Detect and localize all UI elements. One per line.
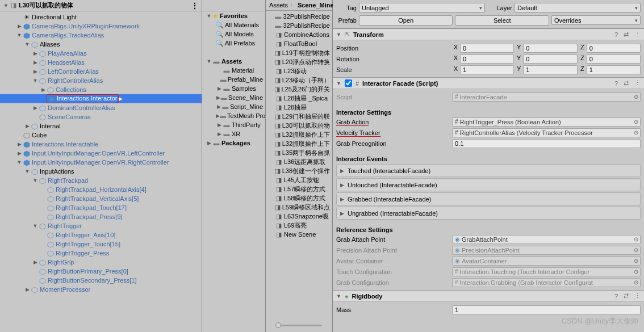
event-foldout[interactable]: ▶Touched (InteractableFacade) <box>336 164 641 177</box>
enable-checkbox[interactable] <box>345 79 352 87</box>
chevron-icon[interactable] <box>216 86 223 91</box>
asset-item[interactable]: ◨L19手柄控制物体 <box>266 48 332 57</box>
asset-item[interactable]: ◨L59瞬移区域和点 <box>266 203 332 212</box>
hierarchy-item[interactable]: Input.UnityInputManager.OpenVR.RightCont… <box>0 158 202 167</box>
asset-item[interactable]: ◨L23移动 <box>266 66 332 75</box>
hierarchy-item[interactable]: RightTrackpad_HorizontalAxis[4] <box>0 185 202 194</box>
menu-icon[interactable]: ⋮ <box>634 292 641 300</box>
chevron-icon[interactable] <box>216 113 220 119</box>
y-field[interactable]: 0 <box>523 54 577 64</box>
layer-dropdown[interactable]: Default <box>515 3 641 12</box>
chevron-icon[interactable] <box>32 78 39 83</box>
hierarchy-item[interactable]: Interactions.Interactor▶ <box>0 94 202 103</box>
asset-item[interactable]: ◨L28抽屉 _Spica <box>266 94 332 103</box>
rigidbody-header[interactable]: ▼●Rigidbody?⇄⋮ <box>333 291 644 302</box>
asset-item[interactable]: ◨L63Snapzone吸 <box>266 212 332 221</box>
preset-icon[interactable]: ⇄ <box>624 31 629 38</box>
hierarchy-item[interactable]: DominantControllerAlias <box>0 103 202 112</box>
chevron-icon[interactable] <box>16 141 23 147</box>
hierarchy-item[interactable]: RightTrackpad_Touch[17] <box>0 203 202 212</box>
hierarchy-item[interactable]: Interactions.Interactable <box>0 140 202 149</box>
grab-precognition-field[interactable]: 0.1 <box>452 139 641 148</box>
asset-item[interactable]: ◨L32抓取操作上下 <box>266 130 332 139</box>
arrow-icon[interactable]: ▼ <box>3 3 9 9</box>
asset-item[interactable]: ◨L36远距离抓取 <box>266 157 332 166</box>
hierarchy-item[interactable]: Input.UnityInputManager.OpenVR.LeftContr… <box>0 149 202 158</box>
x-field[interactable]: 0 <box>460 54 514 64</box>
hierarchy-item[interactable]: RightTrigger_Touch[15] <box>0 239 202 249</box>
asset-item[interactable]: ◨L29门和抽屉的联 <box>266 112 332 121</box>
asset-item[interactable]: ◨L23移动（手柄） <box>266 75 332 85</box>
hierarchy-item[interactable]: RightButtonSecondary_Press[1] <box>0 276 202 285</box>
assets-header[interactable]: ▬Assets <box>202 57 265 66</box>
asset-item[interactable]: ◨FloatToBool <box>266 39 332 48</box>
y-field[interactable]: 1 <box>523 65 577 74</box>
asset-item[interactable]: ◨L57瞬移的方式 <box>266 184 332 194</box>
menu-icon[interactable]: ⋮ <box>187 1 202 10</box>
crumb-item[interactable]: Scene_Mine <box>298 2 334 9</box>
favorites-header[interactable]: ★Favorites <box>202 11 265 20</box>
preset-icon[interactable]: ⇄ <box>624 292 629 300</box>
event-foldout[interactable]: ▶Untouched (InteractableFacade) <box>336 178 641 191</box>
chevron-icon[interactable] <box>32 223 39 229</box>
z-field[interactable]: 0 <box>587 44 641 53</box>
help-icon[interactable]: ? <box>614 293 618 300</box>
event-foldout[interactable]: ▶Ungrabbed (InteractableFacade) <box>336 207 641 220</box>
velocity-tracker-field[interactable]: #RightControllerAlias (Velocity Tracker … <box>452 128 641 137</box>
hierarchy-item[interactable]: RightGrip <box>0 258 202 267</box>
grab-attach-field[interactable]: ◉GrabAttachPoint <box>452 235 641 244</box>
menu-icon[interactable]: ⋮ <box>634 79 641 87</box>
asset-item[interactable]: ◨L58瞬移的方式 <box>266 194 332 203</box>
x-field[interactable]: 1 <box>460 65 514 74</box>
favorite-item[interactable]: 🔍All Models <box>202 30 265 39</box>
chevron-icon[interactable] <box>32 105 39 111</box>
chevron-icon[interactable] <box>24 287 31 292</box>
hierarchy-item[interactable]: CameraRigs.UnityXRPluginFramework <box>0 22 202 31</box>
asset-item[interactable]: ◨L38创建一个操作 <box>266 166 332 175</box>
chevron-icon[interactable] <box>16 159 23 165</box>
favorite-item[interactable]: 🔍All Prefabs <box>202 39 265 48</box>
asset-item[interactable]: ◨L35两手柄各自抓 <box>266 148 332 157</box>
folder-item[interactable]: ▬Prefab_Mine <box>202 75 265 84</box>
hierarchy-item[interactable]: Cube <box>0 131 202 140</box>
asset-item[interactable]: ◨L28抽屉 <box>266 103 332 112</box>
help-icon[interactable]: ? <box>614 80 618 87</box>
tag-dropdown[interactable]: Untagged <box>359 3 485 12</box>
y-field[interactable]: 0 <box>523 44 577 53</box>
z-field[interactable]: 1 <box>587 65 641 74</box>
asset-item[interactable]: ◨New Scene <box>266 230 332 239</box>
hierarchy-item[interactable]: RightTrackpad <box>0 176 202 185</box>
asset-item[interactable]: ◨L25及26门的开关 <box>266 85 332 94</box>
zoom-slider[interactable] <box>277 325 322 326</box>
hierarchy-item[interactable]: SceneCameras <box>0 112 202 121</box>
folder-item[interactable]: ▬XR <box>202 129 265 138</box>
folder-item[interactable]: ▬Script_Mine <box>202 102 265 111</box>
mass-field[interactable]: 1 <box>452 305 641 314</box>
x-field[interactable]: 0 <box>460 44 514 53</box>
hierarchy-item[interactable]: HeadsetAlias <box>0 58 202 67</box>
folder-item[interactable]: ▬Scene_Mine <box>202 93 265 102</box>
event-foldout[interactable]: ▶Grabbed (InteractableFacade) <box>336 192 641 205</box>
crumb-item[interactable]: Assets <box>269 2 288 9</box>
favorite-item[interactable]: 🔍All Materials <box>202 20 265 30</box>
folder-item[interactable]: ▬Material <box>202 66 265 75</box>
chevron-icon[interactable] <box>216 104 222 110</box>
asset-item[interactable]: ◨L32抓取操作上下 <box>266 139 332 148</box>
asset-item[interactable]: ◨L45人工按钮 <box>266 175 332 184</box>
hierarchy-item[interactable]: RightTrigger_Axis[10] <box>0 230 202 239</box>
hierarchy-item[interactable]: InputActions <box>0 167 202 176</box>
hierarchy-item[interactable]: Aliases <box>0 40 202 49</box>
menu-icon[interactable]: ⋮ <box>634 31 641 38</box>
chevron-icon[interactable] <box>32 60 39 65</box>
packages-header[interactable]: ▬Packages <box>202 138 265 148</box>
z-field[interactable]: 0 <box>587 54 641 64</box>
chevron-icon[interactable] <box>32 178 39 183</box>
chevron-icon[interactable] <box>24 123 31 129</box>
hierarchy-item[interactable]: RightTrackpad_Press[9] <box>0 212 202 221</box>
hierarchy-item[interactable]: RightTrigger <box>0 221 202 230</box>
hierarchy-item[interactable]: ☀Directional Light <box>0 12 202 22</box>
grab-action-field[interactable]: #RightTrigger_Press (Boolean Action) <box>452 117 641 127</box>
asset-item[interactable]: ◨L20浮点动作转换 <box>266 57 332 66</box>
transform-header[interactable]: ▼⇱Transform?⇄⋮ <box>333 29 644 40</box>
asset-item[interactable]: ▬32PublishRecipe <box>266 12 332 21</box>
